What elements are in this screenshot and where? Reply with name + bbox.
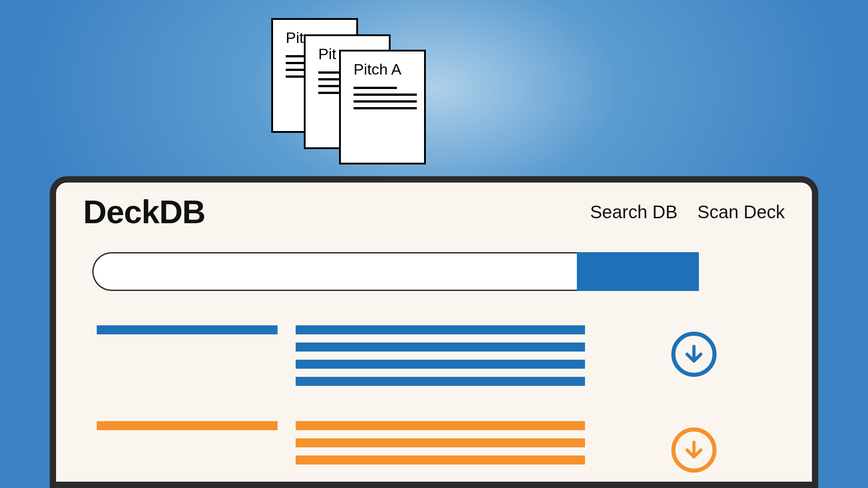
- document-title: Pitch A: [354, 61, 426, 78]
- download-button[interactable]: [671, 332, 717, 377]
- result-row: [97, 325, 785, 394]
- result-body: [296, 325, 585, 394]
- document-lines: [354, 87, 417, 114]
- download-icon: [682, 438, 706, 462]
- results-list: [97, 325, 785, 473]
- result-action: [603, 325, 785, 377]
- result-title: [97, 421, 278, 430]
- nav-search-db[interactable]: Search DB: [590, 202, 677, 222]
- download-icon: [682, 343, 706, 366]
- result-row: [97, 421, 785, 473]
- nav-scan-deck[interactable]: Scan Deck: [698, 202, 785, 222]
- result-action: [603, 421, 785, 473]
- result-body: [296, 421, 585, 473]
- header: DeckDB Search DB Scan Deck: [56, 183, 812, 230]
- result-title: [97, 325, 278, 334]
- search-bar: [92, 252, 699, 291]
- search-submit-button[interactable]: [577, 252, 699, 291]
- nav: Search DB Scan Deck: [590, 202, 785, 222]
- download-button[interactable]: [671, 427, 717, 473]
- document-card: Pitch A: [339, 50, 426, 164]
- app-window: DeckDB Search DB Scan Deck: [50, 176, 818, 488]
- search-input[interactable]: [92, 252, 577, 291]
- app-logo: DeckDB: [83, 193, 205, 230]
